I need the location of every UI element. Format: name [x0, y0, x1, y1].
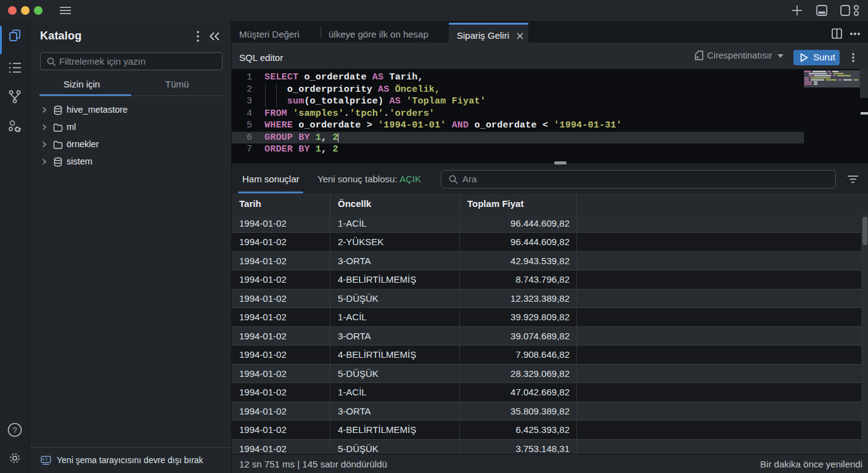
svg-text:?: ?: [12, 426, 17, 435]
